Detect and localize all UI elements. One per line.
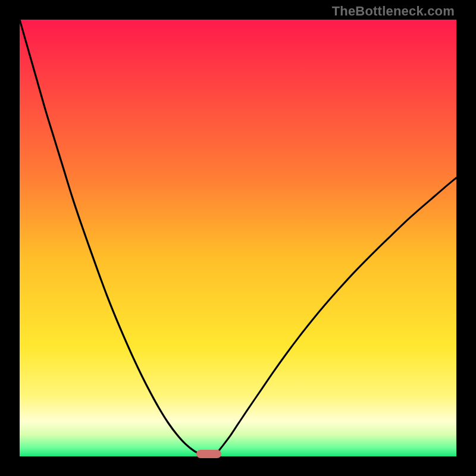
- curve-left-branch: [20, 20, 201, 454]
- plot-area: [20, 20, 456, 456]
- optimum-marker: [196, 450, 221, 458]
- curves-layer: [20, 20, 456, 456]
- watermark-text: TheBottleneck.com: [332, 4, 455, 19]
- curve-right-branch: [216, 178, 456, 455]
- chart-frame: [20, 20, 456, 456]
